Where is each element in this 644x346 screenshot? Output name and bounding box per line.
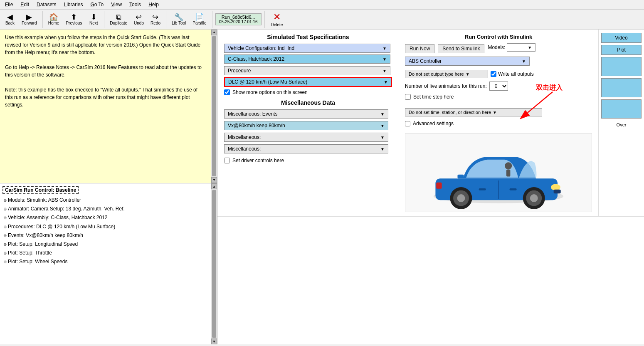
procedure-arrow: ▼ — [382, 69, 387, 73]
tree-scroll-up[interactable]: ▲ — [211, 183, 217, 189]
misc-events-value-arrow: ▼ — [380, 124, 385, 128]
misc-title: Miscellaneous Data — [224, 99, 392, 106]
misc-events-value-row: Vx@80km/h keep 80km/h ▼ — [224, 121, 392, 130]
models-dropdown[interactable]: ▼ — [507, 43, 535, 52]
back-icon: ◀ — [7, 13, 13, 21]
output-type-dropdown[interactable]: Do not set output type here ▼ — [405, 70, 488, 78]
svg-point-17 — [505, 162, 512, 169]
toolbar-separator-3 — [166, 11, 166, 28]
tree-item-plot-wheel[interactable]: Plot: Setup: Wheel Speeds — [2, 257, 215, 266]
toolbar: ◀ Back ▶ Forward 🏠 Home ⬆ Previous ⬇ Nex… — [0, 10, 644, 30]
misc-events-value-dropdown[interactable]: Vx@80km/h keep 80km/h ▼ — [224, 121, 388, 130]
left-note-scrollbar[interactable]: ▲ ▼ — [211, 30, 217, 183]
sim-test-panel: Simulated Test Specifications Vehicle Co… — [217, 30, 399, 216]
duplicate-button[interactable]: ⧉ Duplicate — [107, 12, 130, 26]
left-tree: ▲ ▼ CarSim Run Control: Baseline Models:… — [0, 183, 217, 344]
write-outputs-checkbox[interactable] — [491, 71, 496, 77]
tree-scroll-thumb — [212, 190, 216, 338]
redo-button[interactable]: ↪ Redo — [148, 12, 163, 26]
note-text: Use this example when you follow the ste… — [5, 34, 212, 109]
tree-item-vehicle[interactable]: Vehicle: Assembly: C-Class, Hatchback 20… — [2, 213, 215, 222]
tree-item-events[interactable]: Events: Vx@80km/h keep 80km/h — [2, 231, 215, 240]
time-step-checkbox[interactable] — [405, 94, 411, 100]
top-controls-row: Simulated Test Specifications Vehicle Co… — [217, 30, 644, 217]
vehicle-config-row: Vehicle Configuration: Ind_Ind ▼ — [224, 44, 392, 53]
parsfile-button[interactable]: 📄 Parsfile — [190, 12, 209, 26]
svg-rect-14 — [479, 188, 486, 190]
menu-file[interactable]: File — [2, 1, 16, 8]
misc2-dropdown[interactable]: Miscellaneous: ▼ — [224, 144, 388, 153]
vehicle-config-dropdown[interactable]: Vehicle Configuration: Ind_Ind ▼ — [224, 44, 390, 53]
output-dropdown-arrow: ▼ — [466, 72, 470, 77]
menu-help[interactable]: Help — [145, 1, 162, 8]
car-svg — [424, 135, 573, 210]
menu-goto[interactable]: Go To — [87, 1, 107, 8]
run-now-button[interactable]: Run Now — [405, 44, 434, 53]
video-button[interactable]: Video — [601, 33, 642, 43]
send-simulink-button[interactable]: Send to Simulink — [438, 44, 484, 53]
menu-view[interactable]: View — [108, 1, 125, 8]
menu-tools[interactable]: Tools — [126, 1, 144, 8]
abs-dropdown[interactable]: ABS Controller ▼ — [405, 57, 530, 66]
misc2-arrow: ▼ — [380, 147, 385, 151]
station-dropdown[interactable]: Do not set time, station, or direction h… — [405, 108, 542, 116]
forward-button[interactable]: ▶ Forward — [19, 12, 39, 26]
tree-item-models[interactable]: Models: Simulink: ABS Controller — [2, 196, 215, 205]
output-row: Do not set output type here ▼ Write all … — [405, 70, 592, 78]
left-note: Use this example when you follow the ste… — [0, 30, 217, 183]
plot-button[interactable]: Plot — [601, 45, 642, 55]
scroll-thumb[interactable] — [212, 36, 216, 176]
back-button[interactable]: ◀ Back — [2, 12, 17, 26]
station-row: Do not set time, station, or direction h… — [405, 108, 592, 116]
previous-button[interactable]: ⬆ Previous — [63, 12, 84, 26]
next-button[interactable]: ⬇ Next — [86, 12, 101, 26]
animators-dropdown[interactable]: 0 1 2 — [489, 82, 508, 91]
toolbar-separator-5 — [264, 11, 265, 28]
next-icon: ⬇ — [91, 13, 97, 21]
misc1-dropdown[interactable]: Miscellaneous: ▼ — [224, 133, 388, 142]
tree-item-plot-long[interactable]: Plot: Setup: Longitudinal Speed — [2, 240, 215, 249]
procedure-dropdown[interactable]: Procedure ▼ — [224, 66, 390, 75]
tree-scroll-down[interactable]: ▼ — [211, 339, 217, 344]
left-panel: Use this example when you follow the ste… — [0, 30, 217, 344]
tree-scrollbar[interactable]: ▲ ▼ — [211, 183, 217, 344]
svg-rect-13 — [510, 188, 517, 190]
scroll-down-arrow[interactable]: ▼ — [211, 177, 217, 183]
models-row: Models: ▼ — [488, 43, 535, 52]
misc1-arrow: ▼ — [380, 135, 385, 140]
tree-item-animator[interactable]: Animator: Camera Setup: 13 deg. Azimuth,… — [2, 205, 215, 213]
procedure-value-dropdown[interactable]: DLC @ 120 km/h (Low Mu Surface) ▼ — [225, 78, 391, 86]
svg-rect-16 — [457, 175, 464, 178]
menu-datasets[interactable]: Datasets — [33, 1, 59, 8]
far-right-btn1[interactable] — [601, 57, 642, 76]
menu-libraries[interactable]: Libraries — [60, 1, 86, 8]
run-title-button[interactable]: Run_6d8c5fd6... 05-25-2020 17:01:16 — [215, 13, 262, 25]
svg-rect-15 — [436, 183, 442, 189]
svg-point-9 — [530, 194, 538, 202]
svg-point-6 — [457, 194, 465, 202]
right-area: Simulated Test Specifications Vehicle Co… — [217, 30, 644, 344]
misc-events-dropdown[interactable]: Miscellaneous: Events ▼ — [224, 109, 388, 119]
show-more-checkbox[interactable] — [224, 89, 230, 95]
undo-button[interactable]: ↩ Undo — [131, 12, 146, 26]
advanced-checkbox[interactable] — [405, 121, 410, 126]
scroll-up-arrow[interactable]: ▲ — [211, 30, 217, 35]
delete-button[interactable]: ✕ Delete — [268, 11, 286, 28]
driver-checkbox[interactable] — [224, 158, 230, 163]
tree-item-procedures[interactable]: Procedures: DLC @ 120 km/h (Low Mu Surfa… — [2, 222, 215, 231]
lib-tool-button[interactable]: 🔧 Lib Tool — [169, 12, 188, 26]
over-label: Over — [601, 122, 642, 127]
procedure-value-row: DLC @ 120 km/h (Low Mu Surface) ▼ — [224, 77, 392, 87]
tree-item-plot-throttle[interactable]: Plot: Setup: Throttle — [2, 249, 215, 257]
sim-test-title: Simulated Test Specifications — [224, 34, 392, 40]
svg-rect-11 — [554, 190, 561, 193]
toolbar-separator-2 — [104, 11, 104, 28]
vehicle-model-dropdown[interactable]: C-Class, Hatchback 2012 ▼ — [224, 54, 390, 64]
menu-edit[interactable]: Edit — [17, 1, 32, 8]
far-right-btn2[interactable] — [601, 78, 642, 97]
advanced-row: Advanced settings — [405, 121, 592, 126]
far-right-btn3[interactable] — [601, 99, 642, 119]
run-control-title: Run Control with Simulink — [405, 34, 592, 40]
home-button[interactable]: 🏠 Home — [46, 12, 62, 26]
vehicle-config-arrow: ▼ — [382, 46, 387, 51]
